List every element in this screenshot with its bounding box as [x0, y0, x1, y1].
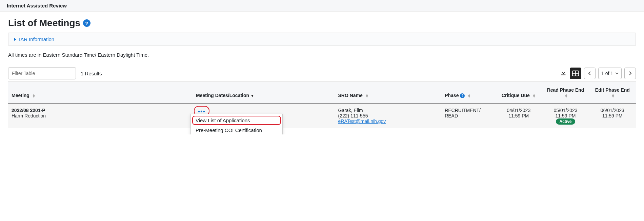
meeting-code: 2022/08 2201-P	[12, 108, 189, 113]
cell-read-phase-end: 05/01/2023 11:59 PM Active	[542, 104, 589, 128]
edit-date: 06/01/2023	[592, 108, 632, 113]
table-row: 2022/08 2201-P Harm Reduction ••• View L…	[8, 104, 636, 128]
iar-info-link[interactable]: IAR Information	[19, 36, 54, 42]
sro-email-link[interactable]: eRATest@mail.nih.gov	[338, 118, 386, 124]
cell-meeting: 2022/08 2201-P Harm Reduction	[8, 104, 193, 128]
download-icon[interactable]	[560, 69, 567, 78]
col-dates-location[interactable]: Meeting Dates/Location ▼	[193, 82, 335, 104]
sro-phone: (222) 111-555	[338, 113, 438, 118]
cell-dates-location: ••• View List of Applications Pre-Meetin…	[193, 104, 335, 128]
grid-view-button[interactable]	[570, 68, 581, 79]
help-icon[interactable]: ?	[83, 19, 90, 27]
read-time: 11:59 PM	[545, 113, 585, 118]
col-phase[interactable]: Phase ? ▲▼	[441, 82, 495, 104]
cell-sro: Garak, Elim (222) 111-555 eRATest@mail.n…	[335, 104, 442, 128]
cell-edit-phase-end: 06/01/2023 11:59 PM	[589, 104, 636, 128]
page-label: 1 of 1	[601, 71, 613, 76]
results-count: 1 Results	[81, 71, 102, 76]
menu-view-list-of-applications[interactable]: View List of Applications	[191, 115, 282, 125]
sro-name: Garak, Elim	[338, 108, 438, 113]
main-content: List of Meetings ? IAR Information All t…	[0, 12, 644, 134]
phase-line2: READ	[445, 113, 492, 118]
col-critique-due[interactable]: Critique Due ▲▼	[495, 82, 542, 104]
table-header-row: Meeting ▲▼ Meeting Dates/Location ▼ SRO …	[8, 82, 636, 104]
filter-input[interactable]	[8, 67, 76, 79]
sort-icon: ▲▼	[532, 94, 536, 98]
table-toolbar: 1 Results 1 of 1	[8, 67, 636, 79]
read-date: 05/01/2023	[545, 108, 585, 113]
col-meeting[interactable]: Meeting ▲▼	[8, 82, 193, 104]
help-icon[interactable]: ?	[460, 93, 465, 98]
sort-desc-icon: ▼	[250, 94, 254, 98]
phase-line1: RECRUITMENT/	[445, 108, 492, 113]
sort-icon: ▲▼	[32, 94, 36, 98]
cell-phase: RECRUITMENT/ READ	[441, 104, 495, 128]
chevron-right-icon	[14, 38, 16, 41]
timezone-note: All times are in Eastern Standard Time/ …	[8, 52, 636, 58]
app-title: Internet Assisted Review	[7, 3, 67, 8]
pager-prev-button[interactable]	[584, 68, 596, 79]
edit-time: 11:59 PM	[592, 113, 632, 118]
page-title-text: List of Meetings	[8, 18, 80, 29]
page-title: List of Meetings ?	[8, 18, 636, 29]
top-bar: Internet Assisted Review	[0, 0, 644, 12]
sort-icon: ▲▼	[365, 94, 369, 98]
sort-icon: ▲▼	[611, 94, 615, 98]
critique-time: 11:59 PM	[499, 113, 539, 118]
page-select[interactable]: 1 of 1	[598, 68, 622, 79]
cell-critique-due: 04/01/2023 11:59 PM	[495, 104, 542, 128]
row-actions-menu: View List of Applications Pre-Meeting CO…	[190, 114, 283, 134]
meeting-title: Harm Reduction	[12, 113, 189, 118]
col-sro-name[interactable]: SRO Name ▲▼	[335, 82, 442, 104]
sort-icon: ▲▼	[467, 94, 471, 98]
status-badge: Active	[556, 118, 575, 125]
iar-info-panel[interactable]: IAR Information	[8, 33, 636, 46]
pager-next-button[interactable]	[624, 68, 636, 79]
chevron-down-icon	[615, 72, 619, 74]
col-edit-phase-end[interactable]: Edit Phase End ▲▼	[589, 82, 636, 104]
col-read-phase-end[interactable]: Read Phase End ▲▼	[542, 82, 589, 104]
meetings-table: Meeting ▲▼ Meeting Dates/Location ▼ SRO …	[8, 81, 636, 128]
menu-pre-meeting-coi[interactable]: Pre-Meeting COI Certification	[191, 125, 282, 134]
critique-date: 04/01/2023	[499, 108, 539, 113]
sort-icon: ▲▼	[565, 94, 568, 98]
